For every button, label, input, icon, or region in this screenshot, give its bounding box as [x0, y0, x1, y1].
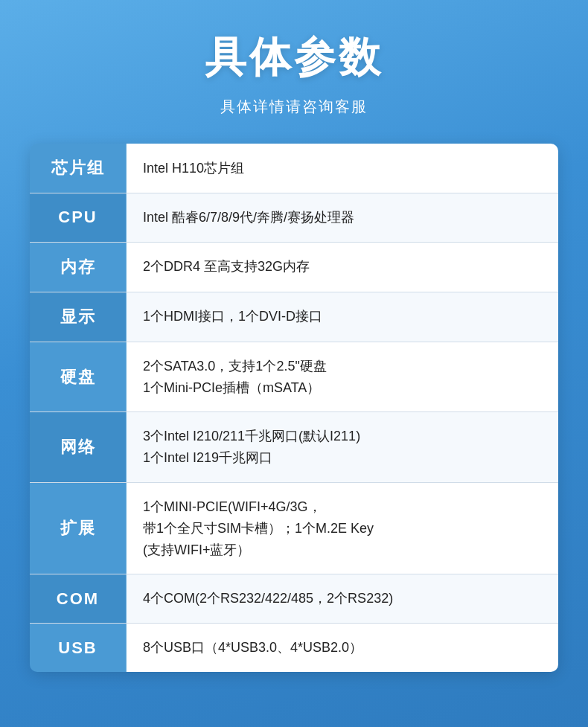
table-row: 扩展1个MINI-PCIE(WIFI+4G/3G，带1个全尺寸SIM卡槽）；1个… [30, 483, 558, 574]
row-label: COM [30, 574, 127, 623]
row-label: 显示 [30, 292, 127, 342]
row-value: 1个MINI-PCIE(WIFI+4G/3G，带1个全尺寸SIM卡槽）；1个M.… [127, 483, 558, 574]
row-value-text: 2个SATA3.0，支持1个2.5"硬盘1个Mini-PCIe插槽（mSATA） [143, 356, 542, 399]
table-row: 硬盘2个SATA3.0，支持1个2.5"硬盘1个Mini-PCIe插槽（mSAT… [30, 342, 558, 413]
row-label: 网络 [30, 412, 127, 482]
table-row: 芯片组Intel H110芯片组 [30, 144, 558, 193]
row-value: 3个Intel I210/211千兆网口(默认I211)1个Intel I219… [127, 412, 558, 482]
table-row: CPUIntel 酷睿6/7/8/9代/奔腾/赛扬处理器 [30, 193, 558, 243]
row-value: Intel 酷睿6/7/8/9代/奔腾/赛扬处理器 [127, 193, 558, 242]
row-value: 1个HDMI接口，1个DVI-D接口 [127, 292, 558, 342]
row-label: 内存 [30, 243, 127, 292]
row-value-text: 8个USB口（4*USB3.0、4*USB2.0） [143, 637, 542, 659]
row-value: 2个DDR4 至高支持32G内存 [127, 243, 558, 292]
row-value: 8个USB口（4*USB3.0、4*USB2.0） [127, 624, 558, 672]
row-value-text: Intel 酷睿6/7/8/9代/奔腾/赛扬处理器 [143, 207, 542, 228]
row-value-text: 1个MINI-PCIE(WIFI+4G/3G，带1个全尺寸SIM卡槽）；1个M.… [143, 496, 542, 560]
page-title: 具体参数 [205, 30, 383, 86]
row-label: CPU [30, 193, 127, 242]
row-value: Intel H110芯片组 [127, 144, 558, 193]
page-subtitle: 具体详情请咨询客服 [220, 97, 368, 117]
row-label: 扩展 [30, 483, 127, 574]
row-value-text: 1个HDMI接口，1个DVI-D接口 [143, 306, 542, 327]
row-label: USB [30, 624, 127, 672]
table-row: 内存2个DDR4 至高支持32G内存 [30, 243, 558, 292]
row-value: 4个COM(2个RS232/422/485，2个RS232) [127, 574, 558, 623]
table-row: 显示1个HDMI接口，1个DVI-D接口 [30, 292, 558, 342]
row-value: 2个SATA3.0，支持1个2.5"硬盘1个Mini-PCIe插槽（mSATA） [127, 342, 558, 412]
table-row: COM4个COM(2个RS232/422/485，2个RS232) [30, 574, 558, 624]
row-label: 芯片组 [30, 144, 127, 193]
row-value-text: 4个COM(2个RS232/422/485，2个RS232) [143, 588, 542, 609]
row-value-text: 2个DDR4 至高支持32G内存 [143, 256, 542, 278]
table-row: USB8个USB口（4*USB3.0、4*USB2.0） [30, 624, 558, 672]
row-value-text: 3个Intel I210/211千兆网口(默认I211)1个Intel I219… [143, 426, 542, 469]
specs-table: 芯片组Intel H110芯片组CPUIntel 酷睿6/7/8/9代/奔腾/赛… [30, 144, 558, 672]
row-label: 硬盘 [30, 342, 127, 412]
row-value-text: Intel H110芯片组 [143, 158, 542, 179]
table-row: 网络3个Intel I210/211千兆网口(默认I211)1个Intel I2… [30, 412, 558, 483]
